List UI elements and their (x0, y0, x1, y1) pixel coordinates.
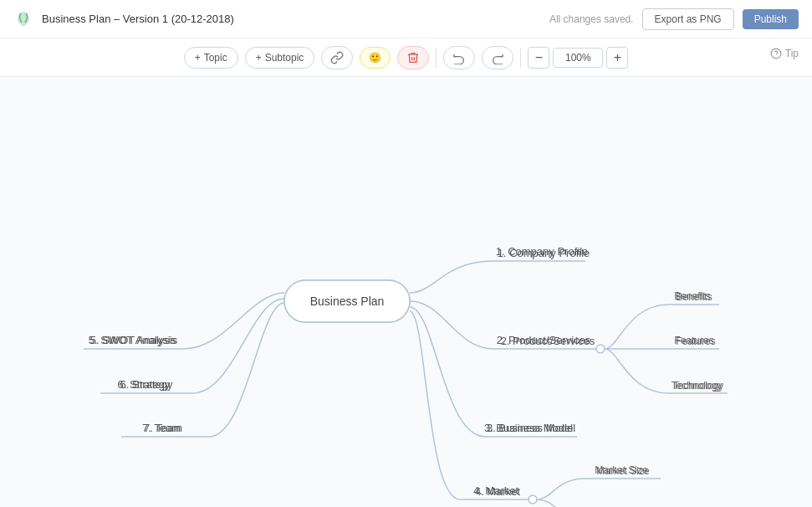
logo-icon (13, 9, 33, 29)
link-button[interactable] (321, 46, 353, 69)
svg-text:1. Company Profile: 1. Company Profile (496, 245, 589, 258)
zoom-controls: − 100% + (528, 47, 628, 69)
link-icon (330, 51, 344, 64)
mindmap-svg: Business Plan 1. Company Profile 2. Prod… (0, 77, 812, 507)
redo-icon (491, 51, 504, 64)
svg-text:Features: Features (674, 335, 713, 346)
svg-text:Benefits: Benefits (674, 290, 710, 302)
emoji-icon: 🙂 (369, 52, 381, 64)
svg-point-9 (596, 345, 605, 353)
header-left: Business Plan – Version 1 (20-12-2018) (13, 9, 234, 29)
redo-button[interactable] (482, 46, 513, 69)
add-subtopic-button[interactable]: + Subtopic (245, 47, 315, 69)
zoom-level: 100% (553, 48, 603, 68)
svg-text:3. Business Model: 3. Business Model (484, 422, 573, 434)
undo-button[interactable] (443, 46, 475, 69)
zoom-in-button[interactable]: + (606, 47, 628, 69)
export-button[interactable]: Export as PNG (642, 8, 734, 30)
toolbar: + Topic + Subtopic 🙂 (0, 38, 812, 77)
subtopic-label: Subtopic (265, 52, 304, 64)
trash-icon (406, 51, 420, 64)
svg-text:2. Product/Services: 2. Product/Services (497, 334, 591, 346)
header: Business Plan – Version 1 (20-12-2018) A… (0, 0, 812, 38)
svg-text:5. SWOT Analysis: 5. SWOT Analysis (89, 334, 176, 346)
svg-text:7. Team: 7. Team (142, 422, 181, 434)
emoji-button[interactable]: 🙂 (360, 47, 391, 69)
add-topic-button[interactable]: + Topic (184, 47, 238, 69)
publish-button[interactable]: Publish (743, 9, 799, 29)
undo-icon (452, 51, 466, 64)
plus-icon: + (195, 52, 201, 64)
help-label: Tip (785, 48, 799, 59)
svg-text:Market Size: Market Size (595, 464, 648, 476)
app-title: Business Plan – Version 1 (20-12-2018) (42, 13, 234, 25)
svg-text:4. Market: 4. Market (473, 484, 519, 497)
svg-text:Technology: Technology (672, 380, 723, 392)
plus-icon: + (256, 52, 262, 64)
delete-button[interactable] (397, 46, 429, 69)
svg-point-20 (529, 495, 537, 504)
topic-label: Topic (204, 52, 227, 64)
question-icon (770, 48, 782, 59)
help-button[interactable]: Tip (770, 48, 799, 59)
mindmap-canvas: Business Plan 1. Company Profile 2. Prod… (0, 77, 812, 507)
toolbar-divider-2 (520, 48, 521, 68)
toolbar-divider (436, 48, 437, 68)
header-right: All changes saved. Export as PNG Publish (549, 8, 799, 30)
svg-text:6. Strategy: 6. Strategy (118, 378, 171, 391)
svg-text:Business Plan: Business Plan (310, 294, 385, 308)
save-status: All changes saved. (549, 13, 634, 25)
zoom-out-button[interactable]: − (528, 47, 549, 69)
